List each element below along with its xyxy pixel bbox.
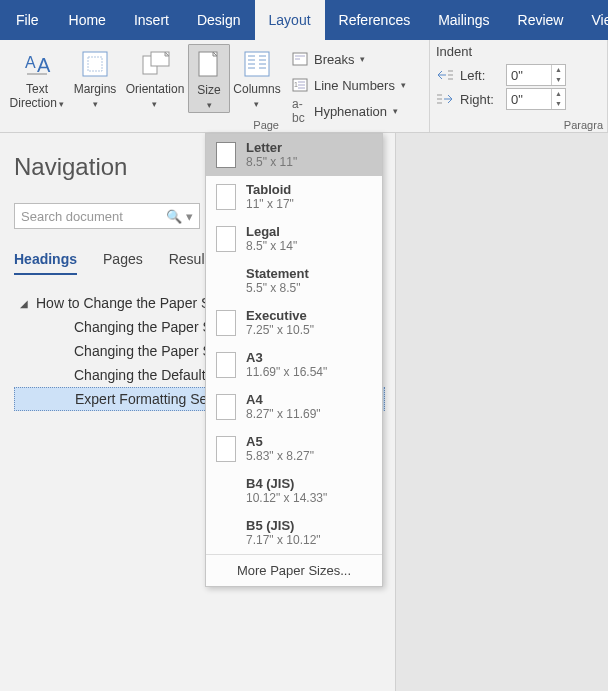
indent-left-value: 0" (507, 68, 551, 83)
page-icon (216, 184, 236, 210)
columns-button[interactable]: Columns▾ (230, 44, 284, 111)
tab-mailings[interactable]: Mailings (424, 0, 503, 40)
margins-button[interactable]: Margins▾ (68, 44, 122, 111)
size-icon (193, 49, 225, 81)
size-option-dimensions: 5.5" x 8.5" (246, 281, 309, 296)
page-icon (216, 268, 236, 294)
outline-item-label: Changing the Paper S (74, 343, 212, 359)
size-option-a5[interactable]: A55.83" x 8.27" (206, 428, 382, 470)
size-option-dimensions: 11.69" x 16.54" (246, 365, 327, 380)
size-option-dimensions: 10.12" x 14.33" (246, 491, 327, 506)
size-option-b5-jis-[interactable]: B5 (JIS)7.17" x 10.12" (206, 512, 382, 554)
size-option-a3[interactable]: A311.69" x 16.54" (206, 344, 382, 386)
size-option-name: A4 (246, 392, 321, 407)
size-dropdown: Letter8.5" x 11"Tabloid11" x 17"Legal8.5… (205, 133, 383, 587)
page-icon (216, 226, 236, 252)
margins-label: Margins (74, 82, 117, 96)
page-icon (216, 394, 236, 420)
size-option-dimensions: 11" x 17" (246, 197, 294, 212)
tab-design[interactable]: Design (183, 0, 255, 40)
search-input[interactable]: Search document 🔍 ▾ (14, 203, 200, 229)
size-option-name: A3 (246, 350, 327, 365)
size-option-executive[interactable]: Executive7.25" x 10.5" (206, 302, 382, 344)
size-option-dimensions: 7.17" x 10.12" (246, 533, 321, 548)
indent-title: Indent (436, 44, 601, 59)
spin-down-icon[interactable]: ▼ (552, 75, 565, 85)
size-option-name: A5 (246, 434, 314, 449)
tab-file[interactable]: File (0, 0, 55, 40)
nav-tab-pages[interactable]: Pages (103, 251, 143, 275)
indent-right-value: 0" (507, 92, 551, 107)
size-option-dimensions: 7.25" x 10.5" (246, 323, 314, 338)
margins-icon (79, 48, 111, 80)
indent-left-label: Left: (460, 68, 500, 83)
page-setup-group-label: Page (0, 119, 429, 132)
size-option-tabloid[interactable]: Tabloid11" x 17" (206, 176, 382, 218)
indent-right-input[interactable]: 0" ▲▼ (506, 88, 566, 110)
page-icon (216, 478, 236, 504)
outline-item-label: Expert Formatting Ser (75, 391, 212, 407)
svg-rect-2 (83, 52, 107, 76)
size-option-a4[interactable]: A48.27" x 11.69" (206, 386, 382, 428)
tab-references[interactable]: References (325, 0, 425, 40)
spin-down-icon[interactable]: ▼ (552, 99, 565, 109)
tab-home[interactable]: Home (55, 0, 120, 40)
page-icon (216, 520, 236, 546)
tab-review[interactable]: Review (504, 0, 578, 40)
columns-label: Columns (233, 82, 280, 96)
line-numbers-button[interactable]: 1 Line Numbers▾ (288, 74, 410, 96)
outline-item-label: Changing the Paper S (74, 319, 212, 335)
more-paper-sizes[interactable]: More Paper Sizes... (206, 554, 382, 586)
page-icon (216, 436, 236, 462)
size-option-name: B4 (JIS) (246, 476, 327, 491)
size-option-name: Statement (246, 266, 309, 281)
search-icon: 🔍 ▾ (166, 209, 193, 224)
ribbon: AA Text Direction ▾ Margins▾ Orientation… (0, 40, 608, 133)
page-icon (216, 142, 236, 168)
text-direction-icon: AA (21, 48, 53, 80)
size-option-statement[interactable]: Statement5.5" x 8.5" (206, 260, 382, 302)
indent-right-label: Right: (460, 92, 500, 107)
svg-text:1: 1 (294, 81, 298, 88)
orientation-icon (139, 48, 171, 80)
spin-up-icon[interactable]: ▲ (552, 65, 565, 75)
menu-bar: File Home Insert Design Layout Reference… (0, 0, 608, 40)
indent-right-icon (436, 92, 454, 106)
size-option-letter[interactable]: Letter8.5" x 11" (206, 134, 382, 176)
tab-view[interactable]: View (577, 0, 608, 40)
size-option-b4-jis-[interactable]: B4 (JIS)10.12" x 14.33" (206, 470, 382, 512)
indent-left-icon (436, 68, 454, 82)
size-option-dimensions: 8.27" x 11.69" (246, 407, 321, 422)
size-button[interactable]: Size▾ (188, 44, 230, 113)
size-option-name: Letter (246, 140, 297, 155)
search-placeholder: Search document (21, 209, 123, 224)
hyphenation-label: Hyphenation (314, 104, 387, 119)
breaks-label: Breaks (314, 52, 354, 67)
size-option-legal[interactable]: Legal8.5" x 14" (206, 218, 382, 260)
size-option-name: Tabloid (246, 182, 294, 197)
size-option-name: B5 (JIS) (246, 518, 321, 533)
size-option-dimensions: 8.5" x 14" (246, 239, 297, 254)
nav-tab-results[interactable]: Resul (169, 251, 205, 275)
nav-tab-headings[interactable]: Headings (14, 251, 77, 275)
outline-root-label: How to Change the Paper S (36, 295, 210, 311)
breaks-button[interactable]: Breaks▾ (288, 48, 410, 70)
orientation-label: Orientation (126, 82, 185, 96)
page-icon (216, 310, 236, 336)
paragraph-group-label: Paragra (430, 119, 607, 132)
outline-item-label: Changing the Default (74, 367, 206, 383)
breaks-icon (292, 52, 308, 66)
text-direction-button[interactable]: AA Text Direction ▾ (6, 44, 68, 111)
size-option-dimensions: 5.83" x 8.27" (246, 449, 314, 464)
columns-icon (241, 48, 273, 80)
collapse-icon[interactable]: ◢ (20, 298, 32, 309)
svg-text:A: A (25, 54, 36, 71)
spin-up-icon[interactable]: ▲ (552, 89, 565, 99)
size-option-name: Legal (246, 224, 297, 239)
text-direction-label: Text Direction (10, 82, 57, 110)
orientation-button[interactable]: Orientation▾ (122, 44, 188, 111)
tab-layout[interactable]: Layout (255, 0, 325, 40)
tab-insert[interactable]: Insert (120, 0, 183, 40)
size-option-dimensions: 8.5" x 11" (246, 155, 297, 170)
indent-left-input[interactable]: 0" ▲▼ (506, 64, 566, 86)
